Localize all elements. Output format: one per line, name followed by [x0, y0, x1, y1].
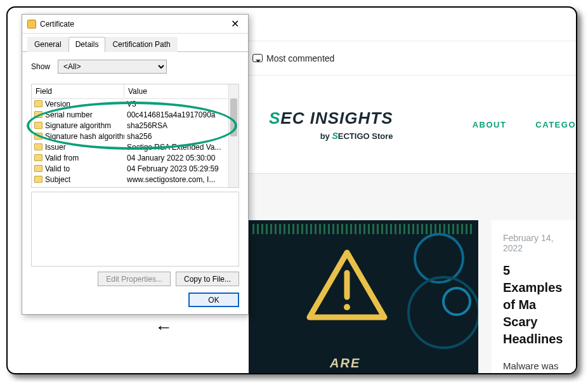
field-name: Issuer [45, 143, 66, 152]
field-value: 04 February 2023 05:29:59 [124, 164, 228, 173]
field-grid[interactable]: Field Value VersionV3Serial number00c414… [31, 84, 239, 188]
dialog-title: Certificate [40, 20, 74, 29]
comment-icon [252, 54, 263, 62]
tab-certification-path[interactable]: Certification Path [105, 37, 177, 52]
field-value: V3 [124, 100, 228, 109]
field-name: Valid to [45, 164, 70, 173]
grid-row[interactable]: Subjectwww.sectigostore.com, I... [32, 174, 228, 185]
field-name: Valid from [45, 154, 79, 162]
nav-most-commented[interactable]: Most commented [252, 53, 334, 63]
grid-row[interactable]: Signature algorithmsha256RSA [32, 120, 228, 131]
copy-to-file-button[interactable]: Copy to File... [176, 272, 239, 286]
field-icon [34, 165, 42, 172]
field-icon [34, 111, 42, 118]
ok-button[interactable]: OK [188, 293, 239, 307]
field-value: sha256 [124, 132, 228, 141]
certificate-dialog: Certificate ✕ General Details Certificat… [22, 14, 249, 315]
field-icon [34, 143, 42, 150]
field-icon [34, 154, 42, 161]
grid-row[interactable]: Signature hash algorithmsha256 [32, 131, 228, 142]
article-excerpt: Malware was big news time at home and wo… [503, 358, 563, 374]
grid-row[interactable]: Serial number00c4146815a4a1917090a [32, 109, 228, 120]
field-name: Signature hash algorithm [45, 132, 124, 141]
article-card[interactable]: February 14, 2022 5 Examples of Ma Scary… [492, 220, 576, 373]
col-header-value[interactable]: Value [124, 84, 238, 98]
nav-label: Most commented [266, 53, 334, 63]
article-image[interactable] [249, 220, 478, 373]
field-name: Signature algorithm [45, 121, 111, 130]
menu-categories[interactable]: CATEGO [535, 120, 576, 129]
article-title: 5 Examples of Ma Scary Headlines [503, 262, 563, 348]
field-name: Subject [45, 175, 70, 184]
tab-general[interactable]: General [27, 37, 69, 52]
field-icon [34, 176, 42, 183]
show-label: Show [31, 62, 50, 71]
show-select[interactable]: <All> [58, 60, 167, 74]
back-arrow-icon[interactable]: ← [155, 317, 173, 338]
site-logo[interactable]: SEC INSIGHTS by SECTIGO Store [269, 109, 393, 141]
detail-value-box[interactable] [31, 192, 239, 267]
svg-point-1 [344, 304, 350, 310]
article-image-caption: ARE [330, 356, 360, 371]
field-icon [34, 133, 42, 140]
site-header: SEC INSIGHTS by SECTIGO Store ABOUT CATE… [249, 76, 576, 174]
article-date: February 14, 2022 [503, 233, 563, 253]
warning-triangle-icon [306, 249, 388, 322]
field-value: Sectigo RSA Extended Va... [124, 143, 228, 152]
field-name: Serial number [45, 110, 93, 119]
tab-details[interactable]: Details [69, 37, 106, 52]
field-value: www.sectigostore.com, I... [124, 175, 228, 184]
dialog-titlebar[interactable]: Certificate ✕ [22, 15, 248, 34]
grid-scrollbar[interactable] [228, 84, 238, 187]
col-header-field[interactable]: Field [32, 84, 124, 98]
menu-about[interactable]: ABOUT [473, 120, 507, 129]
grid-row[interactable]: Valid from04 January 2022 05:30:00 [32, 152, 228, 163]
field-icon [34, 122, 42, 129]
edit-properties-button: Edit Properties... [98, 272, 171, 286]
tabstrip: General Details Certification Path [22, 34, 248, 52]
grid-row[interactable]: IssuerSectigo RSA Extended Va... [32, 142, 228, 152]
field-value: 04 January 2022 05:30:00 [124, 154, 228, 162]
field-value: sha256RSA [124, 121, 228, 130]
field-name: Version [45, 100, 70, 109]
scrollbar-thumb[interactable] [230, 98, 237, 136]
field-icon [34, 100, 42, 107]
certificate-icon [27, 20, 36, 29]
close-icon[interactable]: ✕ [227, 18, 243, 30]
grid-row[interactable]: Valid to04 February 2023 05:29:59 [32, 163, 228, 174]
field-value: 00c4146815a4a1917090a [124, 110, 228, 119]
grid-row[interactable]: VersionV3 [32, 98, 228, 109]
